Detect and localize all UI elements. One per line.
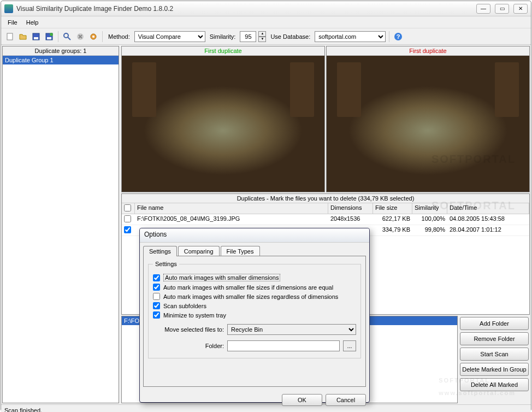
preview-left-image <box>122 56 324 192</box>
dialog-buttons: OK Cancel <box>140 391 369 409</box>
usedb-label: Use Database: <box>270 33 310 40</box>
database-select[interactable]: softportal.com <box>315 31 386 42</box>
cb-minimize-tray[interactable] <box>153 311 160 319</box>
col-dimensions[interactable]: Dimensions <box>328 203 373 214</box>
groups-panel: Duplicate groups: 1 Duplicate Group 1 <box>2 46 119 403</box>
svg-line-7 <box>68 37 70 40</box>
settings-icon[interactable] <box>88 31 99 42</box>
cb-scan-subfolders[interactable] <box>153 302 160 309</box>
svg-rect-4 <box>47 37 51 39</box>
cell-datetime: 28.04.2007 1:01:12 <box>447 225 529 236</box>
menu-help[interactable]: Help <box>22 18 43 27</box>
menu-file[interactable]: File <box>3 18 22 27</box>
new-icon[interactable] <box>4 31 15 42</box>
cell-filesize: 622,17 KB <box>373 214 412 225</box>
stop-icon[interactable] <box>75 31 86 42</box>
row-checkbox[interactable] <box>124 226 131 233</box>
cb-smaller-filesize-regardless[interactable] <box>153 293 160 300</box>
tab-filetypes[interactable]: File Types <box>221 246 260 256</box>
cb-label: Auto mark images with smaller file sizes… <box>163 293 338 300</box>
method-label: Method: <box>108 33 130 40</box>
options-dialog: Options Settings Comparing File Types Se… <box>139 228 370 403</box>
delete-all-marked-button[interactable]: Delete All Marked <box>460 378 529 391</box>
app-icon <box>4 4 13 13</box>
status-text: Scan finished. <box>4 407 42 413</box>
add-folder-button[interactable]: Add Folder <box>460 317 529 330</box>
save-icon[interactable] <box>31 31 42 42</box>
preview-left-label: First duplicate <box>122 46 324 56</box>
group-item[interactable]: Duplicate Group 1 <box>3 56 119 64</box>
cell-filesize: 334,79 KB <box>373 225 412 236</box>
ok-button[interactable]: OK <box>282 394 322 406</box>
tab-settings[interactable]: Settings <box>143 246 177 256</box>
dialog-tabs: Settings Comparing File Types <box>143 246 366 256</box>
svg-rect-0 <box>7 33 13 40</box>
folder-input[interactable] <box>227 340 340 351</box>
cell-datetime: 04.08.2005 15:43:58 <box>447 214 529 225</box>
col-filesize[interactable]: File size <box>373 203 412 214</box>
window-controls: — ▭ ✕ <box>476 4 528 14</box>
separator <box>102 31 103 42</box>
tab-comparing[interactable]: Comparing <box>178 246 220 256</box>
col-check[interactable] <box>122 203 135 214</box>
preview-right-image <box>327 56 529 192</box>
dialog-title: Options <box>140 228 369 243</box>
col-datetime[interactable]: Date/Time <box>447 203 529 214</box>
help-icon[interactable]: ? <box>393 31 404 42</box>
cb-label: Auto mark images with smaller dimensions <box>163 274 280 281</box>
start-scan-button[interactable]: Start Scan <box>460 348 529 361</box>
preview-right: First duplicate <box>326 46 530 192</box>
move-to-select[interactable]: Recycle Bin <box>227 324 356 335</box>
svg-point-5 <box>50 33 53 36</box>
svg-text:?: ? <box>397 33 400 40</box>
cb-label: Auto mark images with smaller file sizes… <box>163 284 333 291</box>
maximize-button[interactable]: ▭ <box>495 4 509 14</box>
minimize-button[interactable]: — <box>476 4 490 14</box>
table-row[interactable]: F:\FOTKI\2005_08_04\IMG_3199.JPG 2048x15… <box>122 214 529 225</box>
table-header: File name Dimensions File size Similarit… <box>122 203 529 214</box>
cancel-button[interactable]: Cancel <box>326 394 366 406</box>
separator <box>389 31 389 42</box>
settings-fieldset: Settings Auto mark images with smaller d… <box>148 261 361 358</box>
browse-button[interactable]: ... <box>343 340 356 351</box>
separator <box>58 31 58 42</box>
folder-label: Folder: <box>153 343 224 349</box>
col-filename[interactable]: File name <box>135 203 328 214</box>
open-icon[interactable] <box>17 31 28 42</box>
search-icon[interactable] <box>62 31 73 42</box>
row-checkbox[interactable] <box>124 215 131 222</box>
preview-right-label: First duplicate <box>327 46 529 56</box>
dialog-body: Settings Auto mark images with smaller d… <box>143 256 366 387</box>
cell-filename: F:\FOTKI\2005_08_04\IMG_3199.JPG <box>135 214 328 225</box>
saveas-icon[interactable] <box>44 31 55 42</box>
preview-left: First duplicate <box>121 46 325 192</box>
spinner-down-icon[interactable]: ▼ <box>258 37 266 42</box>
cell-similarity: 100,00% <box>412 214 447 225</box>
similarity-input[interactable] <box>240 31 256 42</box>
spinner-up-icon[interactable]: ▲ <box>258 31 266 37</box>
similarity-label: Similarity: <box>210 33 236 40</box>
fieldset-legend: Settings <box>153 261 179 267</box>
close-button[interactable]: ✕ <box>513 4 528 14</box>
duplicates-header: Duplicates - Mark the files you want to … <box>122 194 529 203</box>
preview-row: First duplicate First duplicate <box>121 46 530 192</box>
cb-smaller-filesize-equal[interactable] <box>153 284 160 291</box>
window-title: Visual Similarity Duplicate Image Finder… <box>16 5 476 13</box>
svg-point-12 <box>92 36 94 38</box>
action-buttons: Add Folder Remove Folder Start Scan Dele… <box>459 316 530 403</box>
cb-label: Minimize to system tray <box>163 312 226 319</box>
cell-dimensions: 2048x1536 <box>328 214 373 225</box>
similarity-spinner[interactable]: ▲ ▼ <box>258 31 266 42</box>
groups-header: Duplicate groups: 1 <box>3 46 119 56</box>
svg-point-6 <box>64 33 68 38</box>
method-select[interactable]: Visual Compare <box>134 31 205 42</box>
col-similarity[interactable]: Similarity <box>412 203 447 214</box>
svg-rect-2 <box>34 37 38 39</box>
cb-label: Scan subfolders <box>163 303 206 309</box>
delete-marked-group-button[interactable]: Delete Marked In Group <box>460 363 529 376</box>
cell-similarity: 99,80% <box>412 225 447 236</box>
titlebar: Visual Similarity Duplicate Image Finder… <box>1 1 531 16</box>
menubar: File Help <box>1 16 531 28</box>
cb-smaller-dimensions[interactable] <box>153 274 160 281</box>
remove-folder-button[interactable]: Remove Folder <box>460 332 529 345</box>
